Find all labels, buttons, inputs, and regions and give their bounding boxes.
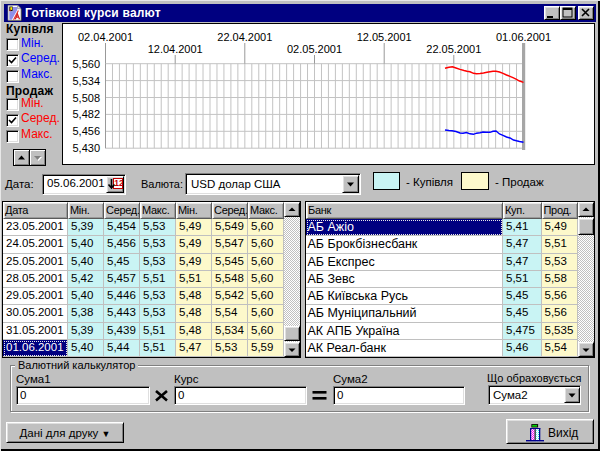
svg-text:02.05.2001: 02.05.2001 — [287, 43, 342, 55]
svg-text:5,430: 5,430 — [72, 142, 100, 154]
svg-text:5,456: 5,456 — [72, 125, 100, 137]
svg-text:12.05.2001: 12.05.2001 — [357, 31, 412, 43]
svg-text:12: 12 — [114, 178, 123, 188]
svg-text:22.05.2001: 22.05.2001 — [426, 43, 481, 55]
svg-text:22.04.2001: 22.04.2001 — [217, 31, 272, 43]
svg-text:02.04.2001: 02.04.2001 — [78, 31, 133, 43]
svg-text:01.06.2001: 01.06.2001 — [496, 31, 551, 43]
svg-text:5,482: 5,482 — [72, 108, 100, 120]
svg-text:12.04.2001: 12.04.2001 — [148, 43, 203, 55]
svg-text:5,508: 5,508 — [72, 92, 100, 104]
svg-text:5,560: 5,560 — [72, 58, 100, 70]
svg-text:5,534: 5,534 — [72, 75, 100, 87]
